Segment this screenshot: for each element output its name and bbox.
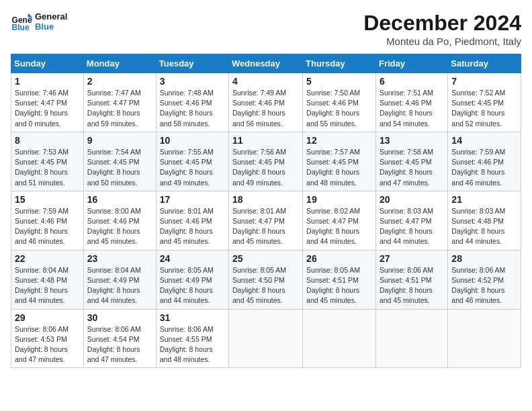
- table-row: 28 Sunrise: 8:06 AMSunset: 4:52 PMDaylig…: [448, 250, 521, 309]
- day-info: Sunrise: 7:53 AMSunset: 4:45 PMDaylight:…: [15, 147, 80, 188]
- table-row: 3 Sunrise: 7:48 AMSunset: 4:46 PMDayligh…: [156, 73, 228, 132]
- day-number: 18: [232, 194, 299, 205]
- logo: General Blue General Blue: [11, 11, 67, 32]
- day-number: 6: [380, 76, 444, 87]
- table-row: 25 Sunrise: 8:05 AMSunset: 4:50 PMDaylig…: [229, 250, 303, 309]
- day-number: 28: [451, 253, 517, 264]
- col-friday: Friday: [375, 54, 447, 73]
- day-info: Sunrise: 8:03 AMSunset: 4:48 PMDaylight:…: [451, 206, 517, 247]
- day-info: Sunrise: 7:54 AMSunset: 4:45 PMDaylight:…: [87, 147, 152, 188]
- table-row: 29 Sunrise: 8:06 AMSunset: 4:53 PMDaylig…: [11, 309, 84, 368]
- table-row: 5 Sunrise: 7:50 AMSunset: 4:46 PMDayligh…: [303, 73, 376, 132]
- day-info: Sunrise: 8:05 AMSunset: 4:51 PMDaylight:…: [306, 265, 372, 306]
- day-number: 15: [15, 194, 80, 205]
- col-saturday: Saturday: [448, 54, 521, 73]
- table-row: 12 Sunrise: 7:57 AMSunset: 4:45 PMDaylig…: [303, 132, 376, 191]
- calendar-table: Sunday Monday Tuesday Wednesday Thursday…: [11, 54, 521, 368]
- calendar-week-row: 22 Sunrise: 8:04 AMSunset: 4:48 PMDaylig…: [11, 250, 521, 309]
- day-number: 5: [306, 76, 372, 87]
- day-number: 14: [451, 135, 517, 146]
- table-row: 20 Sunrise: 8:03 AMSunset: 4:47 PMDaylig…: [375, 191, 447, 250]
- day-number: 23: [87, 253, 152, 264]
- table-row: 9 Sunrise: 7:54 AMSunset: 4:45 PMDayligh…: [83, 132, 156, 191]
- day-number: 13: [380, 135, 444, 146]
- day-info: Sunrise: 8:02 AMSunset: 4:47 PMDaylight:…: [306, 206, 372, 247]
- calendar-week-row: 15 Sunrise: 7:59 AMSunset: 4:46 PMDaylig…: [11, 191, 521, 250]
- day-number: 31: [160, 312, 225, 323]
- table-row: 26 Sunrise: 8:05 AMSunset: 4:51 PMDaylig…: [303, 250, 376, 309]
- table-row: 14 Sunrise: 7:59 AMSunset: 4:46 PMDaylig…: [448, 132, 521, 191]
- col-tuesday: Tuesday: [156, 54, 228, 73]
- col-sunday: Sunday: [11, 54, 84, 73]
- day-number: 19: [306, 194, 372, 205]
- table-row: 10 Sunrise: 7:55 AMSunset: 4:45 PMDaylig…: [156, 132, 228, 191]
- svg-text:Blue: Blue: [12, 23, 30, 32]
- day-number: 27: [380, 253, 444, 264]
- table-row: 8 Sunrise: 7:53 AMSunset: 4:45 PMDayligh…: [11, 132, 84, 191]
- day-number: 3: [160, 76, 225, 87]
- table-row: 31 Sunrise: 8:06 AMSunset: 4:55 PMDaylig…: [156, 309, 228, 368]
- day-info: Sunrise: 7:55 AMSunset: 4:45 PMDaylight:…: [160, 147, 225, 188]
- day-number: 2: [87, 76, 152, 87]
- table-row: [448, 309, 521, 368]
- day-info: Sunrise: 8:06 AMSunset: 4:55 PMDaylight:…: [160, 324, 225, 365]
- calendar-week-row: 1 Sunrise: 7:46 AMSunset: 4:47 PMDayligh…: [11, 73, 521, 132]
- logo-blue-text: Blue: [35, 21, 67, 32]
- day-info: Sunrise: 7:52 AMSunset: 4:45 PMDaylight:…: [451, 88, 517, 129]
- day-info: Sunrise: 8:01 AMSunset: 4:46 PMDaylight:…: [160, 206, 225, 247]
- day-info: Sunrise: 8:04 AMSunset: 4:49 PMDaylight:…: [87, 265, 152, 306]
- col-wednesday: Wednesday: [229, 54, 303, 73]
- table-row: 16 Sunrise: 8:00 AMSunset: 4:46 PMDaylig…: [83, 191, 156, 250]
- day-info: Sunrise: 7:47 AMSunset: 4:47 PMDaylight:…: [87, 88, 152, 129]
- table-row: 27 Sunrise: 8:06 AMSunset: 4:51 PMDaylig…: [375, 250, 447, 309]
- table-row: 11 Sunrise: 7:56 AMSunset: 4:45 PMDaylig…: [229, 132, 303, 191]
- day-info: Sunrise: 7:56 AMSunset: 4:45 PMDaylight:…: [232, 147, 299, 188]
- table-row: 17 Sunrise: 8:01 AMSunset: 4:46 PMDaylig…: [156, 191, 228, 250]
- location-text: Monteu da Po, Piedmont, Italy: [363, 36, 521, 47]
- day-info: Sunrise: 8:05 AMSunset: 4:49 PMDaylight:…: [160, 265, 225, 306]
- day-number: 10: [160, 135, 225, 146]
- day-info: Sunrise: 8:00 AMSunset: 4:46 PMDaylight:…: [87, 206, 152, 247]
- day-info: Sunrise: 8:03 AMSunset: 4:47 PMDaylight:…: [380, 206, 444, 247]
- table-row: 13 Sunrise: 7:58 AMSunset: 4:45 PMDaylig…: [375, 132, 447, 191]
- day-info: Sunrise: 7:50 AMSunset: 4:46 PMDaylight:…: [306, 88, 372, 129]
- day-info: Sunrise: 8:05 AMSunset: 4:50 PMDaylight:…: [232, 265, 299, 306]
- col-monday: Monday: [83, 54, 156, 73]
- table-row: [375, 309, 447, 368]
- day-number: 1: [15, 76, 80, 87]
- calendar-week-row: 29 Sunrise: 8:06 AMSunset: 4:53 PMDaylig…: [11, 309, 521, 368]
- day-number: 11: [232, 135, 299, 146]
- day-info: Sunrise: 8:04 AMSunset: 4:48 PMDaylight:…: [15, 265, 80, 306]
- table-row: 1 Sunrise: 7:46 AMSunset: 4:47 PMDayligh…: [11, 73, 84, 132]
- month-title: December 2024: [363, 11, 521, 36]
- day-info: Sunrise: 7:57 AMSunset: 4:45 PMDaylight:…: [306, 147, 372, 188]
- day-number: 17: [160, 194, 225, 205]
- table-row: 21 Sunrise: 8:03 AMSunset: 4:48 PMDaylig…: [448, 191, 521, 250]
- table-row: 22 Sunrise: 8:04 AMSunset: 4:48 PMDaylig…: [11, 250, 84, 309]
- day-info: Sunrise: 8:06 AMSunset: 4:51 PMDaylight:…: [380, 265, 444, 306]
- day-info: Sunrise: 7:59 AMSunset: 4:46 PMDaylight:…: [451, 147, 517, 188]
- logo-general-text: General: [35, 11, 67, 21]
- table-row: [229, 309, 303, 368]
- day-number: 29: [15, 312, 80, 323]
- day-info: Sunrise: 8:01 AMSunset: 4:47 PMDaylight:…: [232, 206, 299, 247]
- table-row: 30 Sunrise: 8:06 AMSunset: 4:54 PMDaylig…: [83, 309, 156, 368]
- table-row: 7 Sunrise: 7:52 AMSunset: 4:45 PMDayligh…: [448, 73, 521, 132]
- day-number: 9: [87, 135, 152, 146]
- day-number: 12: [306, 135, 372, 146]
- table-row: 15 Sunrise: 7:59 AMSunset: 4:46 PMDaylig…: [11, 191, 84, 250]
- day-info: Sunrise: 7:59 AMSunset: 4:46 PMDaylight:…: [15, 206, 80, 247]
- day-info: Sunrise: 7:48 AMSunset: 4:46 PMDaylight:…: [160, 88, 225, 129]
- day-info: Sunrise: 7:49 AMSunset: 4:46 PMDaylight:…: [232, 88, 299, 129]
- day-number: 22: [15, 253, 80, 264]
- table-row: 18 Sunrise: 8:01 AMSunset: 4:47 PMDaylig…: [229, 191, 303, 250]
- day-number: 26: [306, 253, 372, 264]
- day-number: 20: [380, 194, 444, 205]
- day-number: 21: [451, 194, 517, 205]
- table-row: 6 Sunrise: 7:51 AMSunset: 4:46 PMDayligh…: [375, 73, 447, 132]
- page-header: General Blue General Blue December 2024 …: [11, 11, 521, 47]
- day-info: Sunrise: 7:46 AMSunset: 4:47 PMDaylight:…: [15, 88, 80, 129]
- day-number: 25: [232, 253, 299, 264]
- table-row: 4 Sunrise: 7:49 AMSunset: 4:46 PMDayligh…: [229, 73, 303, 132]
- day-number: 7: [451, 76, 517, 87]
